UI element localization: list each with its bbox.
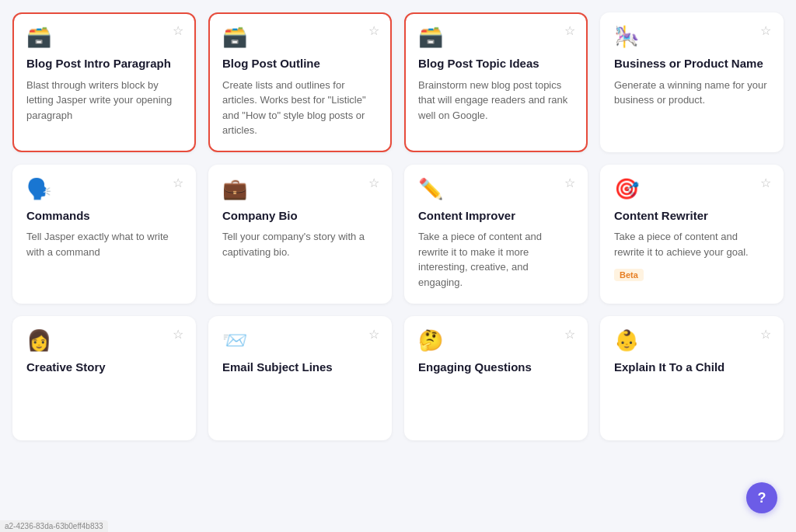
card-content-rewriter[interactable]: ☆ 🎯 Content Rewriter Take a piece of con… — [600, 165, 784, 304]
card-title-explain-it-to-a-child: Explain It To a Child — [614, 360, 770, 375]
card-title-commands: Commands — [26, 208, 182, 224]
card-title-company-bio: Company Bio — [222, 208, 378, 224]
card-creative-story[interactable]: ☆ 👩 Creative Story — [12, 316, 196, 440]
card-title-blog-post-intro: Blog Post Intro Paragraph — [26, 56, 182, 71]
star-button-blog-post-intro[interactable]: ☆ — [171, 23, 185, 39]
star-button-blog-post-outline[interactable]: ☆ — [367, 23, 381, 39]
star-button-creative-story[interactable]: ☆ — [171, 327, 185, 342]
star-button-engaging-questions[interactable]: ☆ — [563, 327, 577, 342]
card-desc-business-or-product-name: Generate a winning name for your busines… — [614, 78, 770, 108]
card-icon-blog-post-intro: 🗃️ — [26, 26, 182, 47]
card-desc-blog-post-intro: Blast through writers block by letting J… — [26, 78, 182, 123]
footer-id: a2-4236-83da-63b0eff4b833 — [0, 520, 108, 532]
card-title-email-subject-lines: Email Subject Lines — [222, 360, 378, 375]
star-button-company-bio[interactable]: ☆ — [367, 176, 381, 191]
star-button-blog-post-topic-ideas[interactable]: ☆ — [563, 23, 577, 39]
card-title-engaging-questions: Engaging Questions — [418, 360, 574, 375]
card-desc-blog-post-topic-ideas: Brainstorm new blog post topics that wil… — [418, 78, 574, 123]
star-button-content-rewriter[interactable]: ☆ — [759, 176, 773, 191]
card-icon-email-subject-lines: 📨 — [222, 330, 378, 350]
card-icon-content-rewriter: 🎯 — [614, 179, 770, 199]
card-icon-explain-it-to-a-child: 👶 — [614, 330, 770, 350]
card-icon-creative-story: 👩 — [26, 330, 182, 350]
card-icon-company-bio: 💼 — [222, 179, 378, 199]
card-explain-it-to-a-child[interactable]: ☆ 👶 Explain It To a Child — [600, 316, 784, 440]
star-button-email-subject-lines[interactable]: ☆ — [367, 327, 381, 342]
card-icon-blog-post-topic-ideas: 🗃️ — [418, 26, 574, 47]
star-button-content-improver[interactable]: ☆ — [563, 176, 577, 191]
card-business-or-product-name[interactable]: ☆ 🎠 Business or Product Name Generate a … — [600, 12, 784, 152]
card-blog-post-outline[interactable]: ☆ 🗃️ Blog Post Outline Create lists and … — [208, 12, 392, 152]
card-email-subject-lines[interactable]: ☆ 📨 Email Subject Lines — [208, 316, 392, 440]
card-commands[interactable]: ☆ 🗣️ Commands Tell Jasper exactly what t… — [12, 165, 196, 304]
help-button[interactable]: ? — [746, 482, 777, 513]
card-blog-post-intro[interactable]: ☆ 🗃️ Blog Post Intro Paragraph Blast thr… — [12, 12, 196, 152]
card-desc-company-bio: Tell your company's story with a captiva… — [222, 229, 378, 259]
star-button-explain-it-to-a-child[interactable]: ☆ — [759, 327, 773, 342]
cards-grid: ☆ 🗃️ Blog Post Intro Paragraph Blast thr… — [12, 12, 784, 440]
card-company-bio[interactable]: ☆ 💼 Company Bio Tell your company's stor… — [208, 165, 392, 304]
card-blog-post-topic-ideas[interactable]: ☆ 🗃️ Blog Post Topic Ideas Brainstorm ne… — [404, 12, 588, 152]
star-button-commands[interactable]: ☆ — [171, 176, 185, 191]
card-title-blog-post-outline: Blog Post Outline — [222, 56, 378, 71]
card-content-improver[interactable]: ☆ ✏️ Content Improver Take a piece of co… — [404, 165, 588, 304]
card-title-blog-post-topic-ideas: Blog Post Topic Ideas — [418, 56, 574, 71]
card-desc-commands: Tell Jasper exactly what to write with a… — [26, 229, 182, 259]
card-title-content-rewriter: Content Rewriter — [614, 208, 770, 224]
star-button-business-or-product-name[interactable]: ☆ — [759, 23, 773, 39]
card-icon-business-or-product-name: 🎠 — [614, 26, 770, 47]
card-icon-content-improver: ✏️ — [418, 179, 574, 199]
card-title-content-improver: Content Improver — [418, 208, 574, 224]
card-icon-engaging-questions: 🤔 — [418, 330, 574, 350]
card-engaging-questions[interactable]: ☆ 🤔 Engaging Questions — [404, 316, 588, 440]
card-icon-commands: 🗣️ — [26, 179, 182, 199]
card-title-business-or-product-name: Business or Product Name — [614, 56, 770, 71]
beta-badge-content-rewriter: Beta — [614, 269, 644, 281]
card-desc-content-rewriter: Take a piece of content and rewrite it t… — [614, 229, 770, 259]
card-icon-blog-post-outline: 🗃️ — [222, 26, 378, 47]
card-desc-content-improver: Take a piece of content and rewrite it t… — [418, 229, 574, 290]
card-title-creative-story: Creative Story — [26, 360, 182, 375]
card-desc-blog-post-outline: Create lists and outlines for articles. … — [222, 78, 378, 138]
